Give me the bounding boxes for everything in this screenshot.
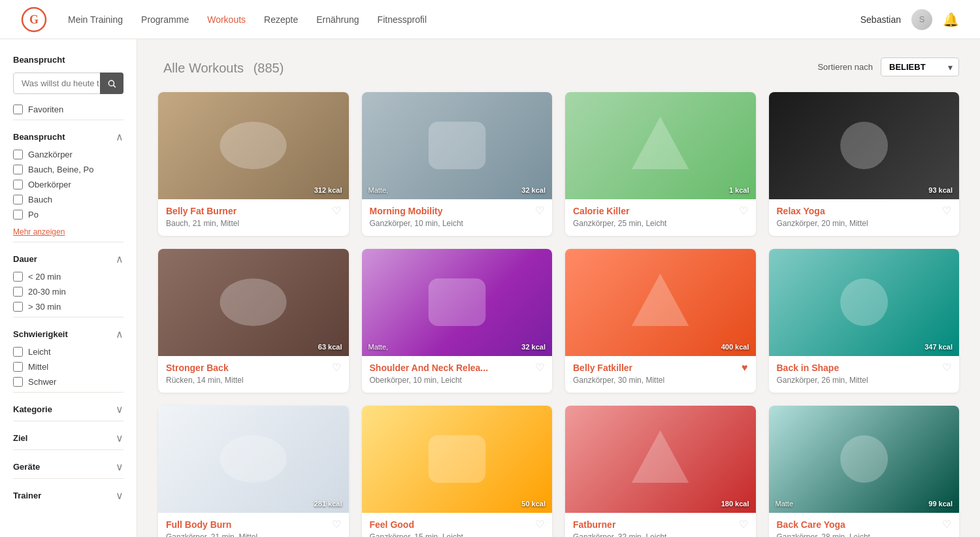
workout-card-8[interactable]: 347 kcal Back in Shape ♡ Ganzkörper, 26 … — [769, 249, 960, 393]
workout-card-1[interactable]: 312 kcal Belly Fat Burner ♡ Bauch, 21 mi… — [158, 92, 349, 236]
workout-thumb-8: 347 kcal — [769, 249, 960, 356]
checkbox-oberkoerper[interactable] — [13, 180, 23, 189]
workout-card-11[interactable]: 180 kcal Fatburner ♡ Ganzkörper, 32 min,… — [565, 406, 756, 537]
nav-link-fitnessprofil[interactable]: Fitnessprofil — [378, 14, 427, 25]
chevron-up-icon: ∧ — [116, 253, 123, 265]
checkbox-over-30[interactable] — [13, 302, 23, 312]
filter-option-20-30[interactable]: 20-30 min — [13, 287, 123, 297]
favorite-button-3[interactable]: ♡ — [739, 206, 748, 216]
workout-silhouette-icon — [381, 103, 533, 188]
workout-card-5[interactable]: 63 kcal Stronger Back ♡ Rücken, 14 min, … — [158, 249, 349, 393]
sidebar-section-header-geraete[interactable]: Geräte ∨ — [13, 449, 123, 473]
nav-link-mein-training[interactable]: Mein Training — [68, 14, 123, 25]
workout-title: Full Body Burn — [166, 519, 231, 530]
checkbox-po[interactable] — [13, 210, 23, 220]
filter-option-schwer[interactable]: Schwer — [13, 377, 123, 387]
kcal-badge: 93 kcal — [928, 186, 953, 194]
workout-silhouette-icon — [584, 259, 736, 345]
favorite-button-9[interactable]: ♡ — [332, 519, 341, 530]
workout-card-9[interactable]: 281 kcal Full Body Burn ♡ Ganzkörper, 21… — [158, 406, 349, 537]
svg-point-8 — [220, 279, 287, 327]
favorite-button-10[interactable]: ♡ — [535, 519, 544, 530]
nav-link-rezepte[interactable]: Rezepte — [264, 14, 298, 25]
checkbox-ganzkoerper[interactable] — [13, 150, 23, 159]
nav-right: Sebastian S 🔔 — [860, 9, 959, 30]
favorites-filter[interactable]: Favoriten — [13, 105, 123, 114]
favorite-button-5[interactable]: ♡ — [332, 363, 341, 373]
filter-option-po[interactable]: Po — [13, 210, 123, 220]
nav-link-workouts[interactable]: Workouts — [207, 14, 246, 25]
main-layout: Beansprucht Favoriten Beansprucht ∧Ganzk… — [0, 39, 980, 537]
workout-title: Shoulder And Neck Relea... — [370, 363, 489, 373]
checkbox-under-20[interactable] — [13, 272, 23, 282]
kcal-badge: 400 kcal — [721, 343, 749, 351]
workout-meta: Ganzkörper, 15 min, Leicht — [370, 532, 545, 537]
sidebar-section-label-beansprucht: Beansprucht — [13, 132, 65, 142]
sidebar-section-header-kategorie[interactable]: Kategorie ∨ — [13, 392, 123, 415]
workout-card-10[interactable]: 50 kcal Feel Good ♡ Ganzkörper, 15 min, … — [362, 406, 553, 537]
checkbox-mittel[interactable] — [13, 362, 23, 372]
workout-silhouette-icon — [177, 103, 329, 188]
filter-option-ganzkoerper[interactable]: Ganzkörper — [13, 150, 123, 159]
checkbox-schwer[interactable] — [13, 377, 23, 387]
checkbox-bauch[interactable] — [13, 195, 23, 204]
filter-option-oberkoerper[interactable]: Oberkörper — [13, 180, 123, 189]
filter-option-under-20[interactable]: < 20 min — [13, 272, 123, 282]
checkbox-20-30[interactable] — [13, 287, 23, 297]
workout-thumb-9: 281 kcal — [158, 406, 349, 513]
filter-label-mittel: Mittel — [28, 362, 48, 372]
workout-card-12[interactable]: Matte 99 kcal Back Care Yoga ♡ Ganzkörpe… — [769, 406, 960, 537]
workout-silhouette-icon — [381, 259, 533, 345]
workout-thumbnail-bg — [565, 92, 756, 199]
search-button[interactable] — [100, 73, 123, 94]
sidebar-section-label-kategorie: Kategorie — [13, 404, 52, 414]
matte-label: Matte, — [368, 343, 389, 351]
page-title: Alle Workouts (885) — [158, 58, 284, 76]
sidebar-section-header-trainer[interactable]: Trainer ∨ — [13, 478, 123, 502]
checkbox-bauch-beine-po[interactable] — [13, 165, 23, 174]
sidebar-section-header-beansprucht[interactable]: Beansprucht ∧ — [13, 120, 123, 143]
workout-thumbnail-bg — [769, 249, 960, 356]
filter-option-over-30[interactable]: > 30 min — [13, 302, 123, 312]
filter-label-bauch-beine-po: Bauch, Beine, Po — [28, 165, 93, 174]
favorite-button-6[interactable]: ♡ — [535, 363, 544, 373]
sidebar-section-header-ziel[interactable]: Ziel ∨ — [13, 421, 123, 444]
favorite-button-11[interactable]: ♡ — [739, 519, 748, 530]
svg-marker-10 — [632, 274, 689, 326]
filter-option-leicht[interactable]: Leicht — [13, 347, 123, 357]
checkbox-leicht[interactable] — [13, 347, 23, 357]
workout-card-7[interactable]: 400 kcal Belly Fatkiller ♥ Ganzkörper, 3… — [565, 249, 756, 393]
nav-link-ernaehrung[interactable]: Ernährung — [316, 14, 359, 25]
nav-link-programme[interactable]: Programme — [141, 14, 189, 25]
workout-card-2[interactable]: Matte, 32 kcal Morning Mobility ♡ Ganzkö… — [362, 92, 553, 236]
workout-card-4[interactable]: 93 kcal Relax Yoga ♡ Ganzkörper, 20 min,… — [769, 92, 960, 236]
logo[interactable]: G — [21, 7, 47, 33]
workout-thumbnail-bg — [362, 406, 553, 513]
favorite-button-12[interactable]: ♡ — [942, 519, 951, 530]
workout-thumbnail-bg — [565, 249, 756, 356]
workout-meta: Ganzkörper, 32 min, Leicht — [573, 532, 748, 537]
sidebar-section-header-dauer[interactable]: Dauer ∧ — [13, 242, 123, 265]
filter-option-bauch-beine-po[interactable]: Bauch, Beine, Po — [13, 165, 123, 174]
favorite-button-2[interactable]: ♡ — [535, 206, 544, 216]
filter-label-ganzkoerper: Ganzkörper — [28, 150, 73, 159]
filter-option-bauch[interactable]: Bauch — [13, 195, 123, 204]
favorite-button-8[interactable]: ♡ — [942, 363, 951, 373]
filter-option-mittel[interactable]: Mittel — [13, 362, 123, 372]
notification-bell-icon[interactable]: 🔔 — [943, 12, 959, 27]
workout-card-6[interactable]: Matte, 32 kcal Shoulder And Neck Relea..… — [362, 249, 553, 393]
favorite-button-4[interactable]: ♡ — [942, 206, 951, 216]
avatar: S — [911, 9, 932, 30]
favorites-checkbox[interactable] — [13, 105, 23, 114]
nav-username: Sebastian — [860, 14, 901, 25]
more-link-beansprucht[interactable]: Mehr anzeigen — [13, 227, 65, 236]
workout-silhouette-icon — [788, 259, 940, 345]
sidebar-section-header-schwierigkeit[interactable]: Schwierigkeit ∧ — [13, 317, 123, 340]
workout-meta: Ganzkörper, 10 min, Leicht — [370, 219, 545, 228]
favorite-button-7[interactable]: ♥ — [742, 363, 748, 373]
workout-info-10: Feel Good ♡ Ganzkörper, 15 min, Leicht — [362, 513, 553, 537]
favorite-button-1[interactable]: ♡ — [332, 206, 341, 216]
workout-card-3[interactable]: 1 kcal Calorie Killer ♡ Ganzkörper, 25 m… — [565, 92, 756, 236]
sort-select[interactable]: BELIEBTNEUDAUERKALORIEN — [881, 57, 959, 76]
svg-point-4 — [220, 122, 287, 170]
